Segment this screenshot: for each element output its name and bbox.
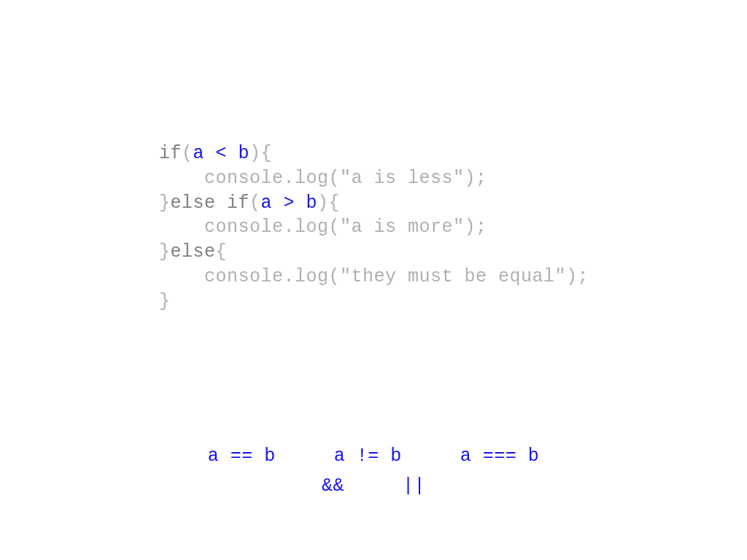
keyword-elseif: else if	[171, 192, 250, 214]
keyword-if: if	[159, 143, 182, 164]
paren-close: )	[249, 143, 261, 164]
condition-2: a > b	[261, 192, 318, 214]
brace-close-2: }	[159, 241, 171, 262]
condition-1: a < b	[193, 143, 250, 164]
code-line-4: console.log("a is more");	[159, 215, 589, 240]
code-block: if(a < b){ console.log("a is less"); }el…	[159, 141, 589, 314]
code-line-1: if(a < b){	[159, 141, 589, 166]
operator-strict-eq: a === b	[460, 443, 540, 469]
brace-open: {	[261, 143, 273, 164]
code-line-6: console.log("they must be equal");	[159, 265, 589, 289]
brace-open-3: {	[216, 241, 228, 262]
code-line-3: }else if(a > b){	[159, 191, 589, 216]
operator-and: &&	[322, 473, 344, 499]
brace-close: }	[159, 192, 171, 214]
operators-section: a == b a != b a === b && ||	[0, 443, 747, 499]
keyword-else: else	[171, 241, 216, 262]
operator-eq: a == b	[208, 443, 276, 469]
paren-open: (	[182, 143, 193, 164]
brace-open-2: {	[329, 192, 341, 214]
paren-close-2: )	[317, 192, 329, 214]
paren-open-2: (	[249, 192, 261, 214]
code-line-7: }	[159, 289, 589, 314]
code-line-2: console.log("a is less");	[159, 166, 589, 191]
operators-row-2: && ||	[0, 473, 747, 499]
code-line-5: }else{	[159, 240, 589, 265]
operator-or: ||	[403, 473, 425, 499]
operators-row-1: a == b a != b a === b	[0, 443, 747, 469]
operator-neq: a != b	[334, 443, 402, 469]
